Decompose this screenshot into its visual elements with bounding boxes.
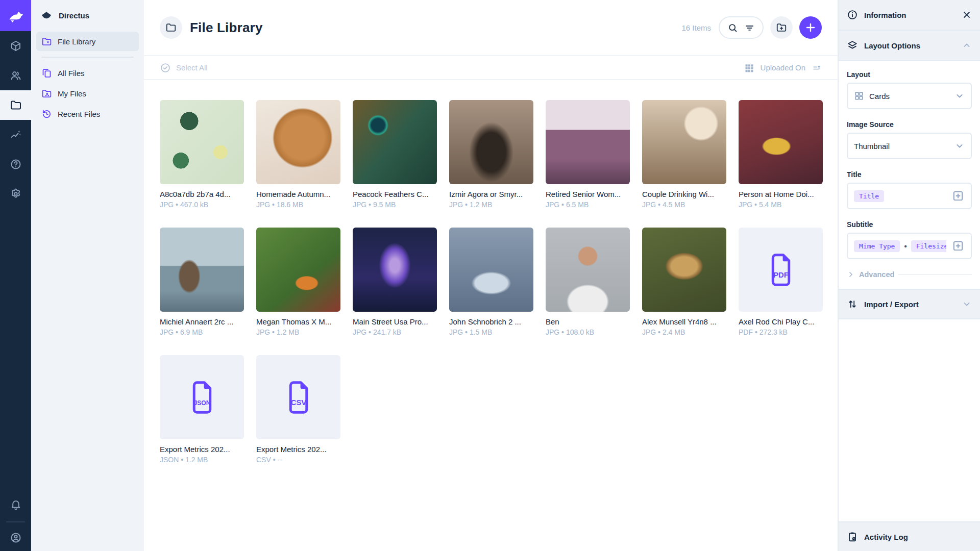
- svg-text:JSON: JSON: [193, 399, 210, 406]
- file-title: John Schnobrich 2 ...: [449, 317, 533, 326]
- notifications-button[interactable]: [0, 490, 31, 519]
- page-title-icon-circle[interactable]: [160, 16, 182, 39]
- file-card[interactable]: John Schnobrich 2 ...JPG • 1.5 MB: [449, 228, 533, 336]
- toolbar-right: Uploaded On: [744, 63, 822, 73]
- file-card[interactable]: Couple Drinking Wi...JPG • 4.5 MB: [642, 100, 726, 209]
- advanced-divider: [898, 274, 972, 275]
- chevron-down-icon: [954, 91, 965, 101]
- file-image-thumbnail: [449, 228, 533, 312]
- layout-options-accordion[interactable]: Layout Options: [839, 31, 980, 61]
- file-card[interactable]: PDFAxel Rod Chi Play C...PDF • 272.3 kB: [739, 228, 823, 336]
- file-card[interactable]: CSVExport Metrics 202...CSV • --: [256, 355, 340, 464]
- image-source-select[interactable]: Thumbnail: [847, 133, 972, 159]
- advanced-label: Advanced: [859, 270, 894, 279]
- file-card[interactable]: BenJPG • 108.0 kB: [546, 228, 630, 336]
- select-all-label: Select All: [176, 63, 208, 72]
- file-card[interactable]: Person at Home Doi...JPG • 5.4 MB: [739, 100, 823, 209]
- header-actions: 16 Items: [681, 16, 822, 39]
- file-card[interactable]: Main Street Usa Pro...JPG • 241.7 kB: [353, 228, 437, 336]
- add-field-icon[interactable]: [951, 189, 965, 203]
- user-circle-icon: [10, 532, 22, 544]
- file-meta: CSV • --: [256, 456, 340, 464]
- project-header[interactable]: Directus: [31, 0, 144, 31]
- help-module-button[interactable]: [0, 149, 31, 179]
- close-icon[interactable]: [962, 10, 972, 20]
- layout-field-label: Layout: [847, 70, 972, 79]
- file-card[interactable]: A8c0a7db 2b7a 4d...JPG • 467.0 kB: [160, 100, 244, 209]
- file-meta: JPG • 6.9 MB: [160, 328, 244, 336]
- svg-text:CSV: CSV: [290, 398, 306, 406]
- sidebar-item-file-library[interactable]: File Library: [36, 32, 139, 51]
- file-card[interactable]: Izmir Agora or Smyr...JPG • 1.2 MB: [449, 100, 533, 209]
- file-doc-thumbnail: PDF: [739, 228, 823, 312]
- sidebar-item-all-files[interactable]: All Files: [36, 63, 139, 83]
- information-panel: Information Layout Options Layout: [838, 0, 980, 551]
- search-bar[interactable]: [719, 16, 764, 39]
- select-all-button[interactable]: Select All: [160, 62, 208, 73]
- chevron-down-icon: [954, 141, 965, 151]
- file-title: Michiel Annaert 2rc ...: [160, 317, 244, 326]
- file-json-icon: JSON: [188, 380, 216, 415]
- layout-select[interactable]: Cards: [847, 83, 972, 109]
- file-meta: JPG • 241.7 kB: [353, 328, 437, 336]
- grid-icon[interactable]: [744, 63, 754, 73]
- new-folder-button[interactable]: [770, 16, 793, 39]
- insights-icon: [10, 129, 22, 141]
- sort-field-label[interactable]: Uploaded On: [761, 63, 805, 72]
- files-module-button[interactable]: [0, 90, 31, 120]
- file-card[interactable]: JSONExport Metrics 202...JSON • 1.2 MB: [160, 355, 244, 464]
- box-icon: [10, 40, 22, 52]
- file-title: Homemade Autumn...: [256, 190, 340, 198]
- field-chip[interactable]: Mime Type: [854, 240, 900, 252]
- file-meta: JPG • 5.4 MB: [739, 201, 823, 209]
- file-card[interactable]: Peacock Feathers C...JPG • 9.5 MB: [353, 100, 437, 209]
- file-doc-thumbnail: JSON: [160, 355, 244, 439]
- title-field[interactable]: Title: [847, 183, 972, 209]
- file-image-thumbnail: [256, 100, 340, 184]
- file-card[interactable]: Retired Senior Wom...JPG • 6.5 MB: [546, 100, 630, 209]
- import-export-title: Import / Export: [864, 300, 919, 309]
- info-icon: [847, 9, 858, 20]
- cards-grid-icon: [854, 91, 864, 101]
- users-icon: [10, 69, 22, 82]
- directus-logo[interactable]: [0, 0, 31, 31]
- file-image-thumbnail: [353, 228, 437, 312]
- file-meta: JSON • 1.2 MB: [160, 456, 244, 464]
- settings-module-button[interactable]: [0, 179, 31, 209]
- sidebar-item-recent-files[interactable]: Recent Files: [36, 104, 139, 123]
- file-card[interactable]: Homemade Autumn...JPG • 18.6 MB: [256, 100, 340, 209]
- file-image-thumbnail: [642, 228, 726, 312]
- file-title: Axel Rod Chi Play C...: [739, 317, 823, 326]
- sort-icon[interactable]: [812, 63, 822, 73]
- insights-module-button[interactable]: [0, 120, 31, 149]
- file-title: Person at Home Doi...: [739, 190, 823, 198]
- subtitle-field-label: Subtitle: [847, 220, 972, 229]
- sidebar-item-my-files[interactable]: My Files: [36, 84, 139, 103]
- file-card[interactable]: Michiel Annaert 2rc ...JPG • 6.9 MB: [160, 228, 244, 336]
- add-field-icon[interactable]: [951, 239, 965, 253]
- layout-select-value: Cards: [869, 92, 890, 101]
- search-icon[interactable]: [727, 22, 738, 33]
- activity-log-button[interactable]: Activity Log: [839, 521, 980, 551]
- file-image-thumbnail: [353, 100, 437, 184]
- file-csv-icon: CSV: [285, 380, 312, 415]
- add-file-button[interactable]: [799, 16, 822, 39]
- field-chip[interactable]: Filesize: [911, 240, 946, 252]
- file-card[interactable]: Megan Thomas X M...JPG • 1.2 MB: [256, 228, 340, 336]
- copies-icon: [41, 68, 52, 79]
- content-module-button[interactable]: [0, 31, 31, 61]
- sidebar-item-label: All Files: [58, 69, 85, 78]
- user-menu-button[interactable]: [0, 524, 31, 551]
- file-title: Retired Senior Wom...: [546, 190, 630, 198]
- import-export-accordion[interactable]: Import / Export: [839, 289, 980, 319]
- file-meta: JPG • 9.5 MB: [353, 201, 437, 209]
- subtitle-field[interactable]: Mime Type•Filesize: [847, 233, 972, 259]
- advanced-toggle[interactable]: Advanced: [847, 270, 972, 279]
- field-chip[interactable]: Title: [854, 190, 884, 202]
- file-meta: JPG • 1.2 MB: [256, 328, 340, 336]
- filter-icon[interactable]: [744, 22, 755, 33]
- chevron-right-icon: [847, 270, 855, 279]
- users-module-button[interactable]: [0, 61, 31, 90]
- help-icon: [10, 158, 22, 170]
- file-card[interactable]: Alex Munsell Yr4n8 ...JPG • 2.4 MB: [642, 228, 726, 336]
